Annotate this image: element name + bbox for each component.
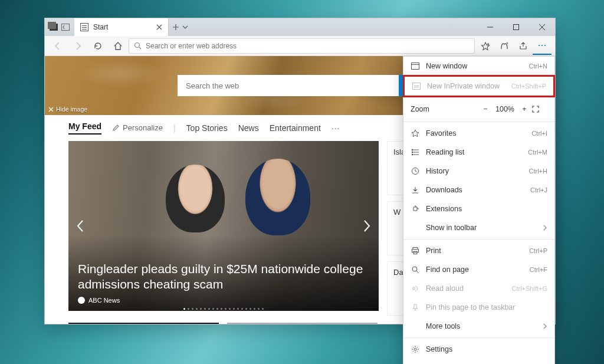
- reading-list-icon: [411, 147, 420, 157]
- carousel-prev-button[interactable]: [72, 218, 88, 234]
- menu-more-tools[interactable]: More tools: [403, 317, 554, 336]
- zoom-value: 100%: [493, 105, 517, 113]
- menu-read-aloud[interactable]: Read aloud Ctrl+Shift+G: [403, 279, 554, 298]
- close-icon: [48, 107, 54, 112]
- source-logo-icon: [78, 297, 85, 304]
- svg-rect-11: [412, 250, 419, 252]
- window-minimize-button[interactable]: [477, 18, 503, 36]
- new-tab-button[interactable]: [172, 24, 179, 31]
- svg-rect-6: [412, 63, 419, 70]
- svg-point-2: [135, 43, 140, 48]
- thumbnail-1[interactable]: [68, 323, 219, 324]
- refresh-button[interactable]: [88, 37, 107, 55]
- menu-help[interactable]: Help and feedback: [403, 359, 554, 364]
- window-icon: [411, 61, 420, 71]
- chevron-right-icon: [543, 323, 547, 329]
- search-icon: [411, 265, 420, 274]
- menu-show-in-toolbar[interactable]: Show in toolbar: [403, 218, 554, 237]
- home-button[interactable]: [109, 37, 127, 55]
- window-maximize-button[interactable]: [503, 18, 529, 36]
- tab-start[interactable]: Start: [74, 18, 169, 36]
- window-close-button[interactable]: [529, 18, 555, 36]
- svg-rect-1: [514, 25, 519, 30]
- gear-icon: [411, 345, 420, 354]
- carousel-next-button[interactable]: [359, 218, 375, 234]
- reading-view-button[interactable]: [495, 37, 514, 55]
- news-carousel[interactable]: Ringleader pleads guilty in $25M nationw…: [68, 141, 379, 311]
- back-button[interactable]: [48, 37, 67, 55]
- read-aloud-icon: [411, 284, 420, 293]
- fullscreen-button[interactable]: [532, 106, 547, 113]
- nav-personalize[interactable]: Personalize: [112, 123, 163, 132]
- tutorial-highlight: New InPrivate window Ctrl+Shift+P: [403, 75, 555, 97]
- svg-point-3: [539, 44, 540, 45]
- tab-preview-icon[interactable]: [50, 24, 58, 31]
- set-aside-tabs-icon[interactable]: [61, 24, 70, 31]
- menu-new-window[interactable]: New window Ctrl+N: [403, 57, 554, 76]
- search-icon: [134, 42, 142, 50]
- carousel-headline: Ringleader pleads guilty in $25M nationw…: [78, 261, 369, 293]
- tab-close-icon[interactable]: [156, 24, 162, 30]
- carousel-dots[interactable]: [183, 308, 264, 310]
- menu-zoom: Zoom − 100% +: [403, 99, 554, 120]
- svg-rect-8: [414, 85, 419, 88]
- menu-reading-list[interactable]: Reading list Ctrl+M: [403, 143, 554, 162]
- inprivate-icon: [412, 81, 421, 91]
- menu-extensions[interactable]: Extensions: [403, 199, 554, 218]
- history-icon: [411, 166, 420, 176]
- svg-point-5: [544, 44, 546, 45]
- menu-history[interactable]: History Ctrl+H: [403, 162, 554, 181]
- download-icon: [411, 185, 420, 195]
- toolbar: [45, 36, 555, 56]
- nav-news[interactable]: News: [238, 123, 259, 133]
- address-input[interactable]: [146, 42, 470, 50]
- zoom-in-button[interactable]: +: [517, 105, 532, 113]
- addressbar[interactable]: [129, 38, 475, 54]
- nav-entertainment[interactable]: Entertainment: [270, 123, 321, 133]
- favorites-button[interactable]: [476, 37, 495, 55]
- svg-point-4: [541, 44, 543, 45]
- pin-icon: [411, 303, 420, 312]
- svg-rect-12: [413, 251, 417, 254]
- tab-dropdown-icon[interactable]: [182, 24, 189, 31]
- nav-my-feed[interactable]: My Feed: [68, 122, 101, 135]
- start-page-favicon: [80, 23, 88, 31]
- carousel-caption: Ringleader pleads guilty in $25M nationw…: [78, 261, 369, 304]
- menu-settings[interactable]: Settings: [403, 340, 554, 359]
- print-icon: [411, 246, 420, 255]
- nav-top-stories[interactable]: Top Stories: [186, 123, 228, 133]
- browser-window: Start: [44, 18, 556, 324]
- nav-more[interactable]: ···: [331, 123, 340, 133]
- share-button[interactable]: [514, 37, 533, 55]
- menu-print[interactable]: Print Ctrl+P: [403, 241, 554, 260]
- svg-point-13: [412, 267, 417, 271]
- menu-favorites[interactable]: Favorites Ctrl+I: [403, 124, 554, 143]
- tab-title: Start: [93, 23, 152, 31]
- zoom-out-button[interactable]: −: [478, 105, 493, 113]
- web-search-input[interactable]: [178, 75, 399, 96]
- menu-pin-taskbar[interactable]: Pin this page to the taskbar: [403, 298, 554, 317]
- more-menu: New window Ctrl+N New InPrivate window C…: [403, 56, 555, 364]
- pencil-icon: [112, 124, 120, 132]
- forward-button[interactable]: [68, 37, 87, 55]
- menu-new-inprivate[interactable]: New InPrivate window Ctrl+Shift+P: [405, 77, 553, 96]
- web-search-box: web: [178, 75, 422, 96]
- star-icon: [411, 129, 420, 138]
- carousel-source: ABC News: [88, 297, 120, 304]
- extensions-icon: [411, 204, 420, 214]
- menu-find[interactable]: Find on page Ctrl+F: [403, 260, 554, 279]
- thumbnail-2[interactable]: [227, 323, 378, 324]
- chevron-right-icon: [543, 225, 547, 231]
- menu-downloads[interactable]: Downloads Ctrl+J: [403, 181, 554, 199]
- svg-point-14: [414, 348, 416, 350]
- hide-image-button[interactable]: Hide image: [48, 106, 87, 113]
- titlebar: Start: [45, 18, 555, 36]
- more-button[interactable]: [533, 37, 552, 55]
